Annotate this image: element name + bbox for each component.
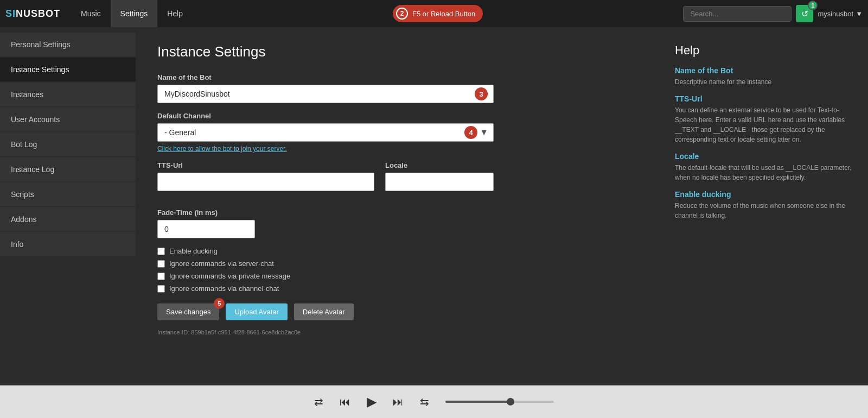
checkbox-ignore-server-chat: Ignore commands via server-chat <box>157 259 494 268</box>
user-menu-label: mysinusbot <box>818 10 853 18</box>
bot-name-field-wrapper: 3 <box>157 85 494 103</box>
sidebar-item-info[interactable]: Info <box>0 232 136 256</box>
locale-field-wrapper <box>385 173 494 191</box>
step-3-badge: 3 <box>475 87 488 100</box>
checkbox-ignore-private-msg: Ignore commands via private message <box>157 272 494 280</box>
ignore-channel-chat-checkbox[interactable] <box>157 285 165 293</box>
fade-time-input[interactable] <box>164 225 248 233</box>
help-bot-name-heading: Name of the Bot <box>675 66 855 75</box>
ignore-channel-chat-label: Ignore commands via channel-chat <box>169 284 279 293</box>
bottom-player: ⇄ ⏮ ▶ ⏭ ⇆ <box>0 385 868 418</box>
tts-locale-row: TTS-Url Locale <box>157 161 494 200</box>
bot-name-input[interactable] <box>164 90 487 98</box>
step-5-badge: 5 <box>214 298 225 309</box>
help-bot-name-text: Descriptive name for the instance <box>675 77 855 87</box>
main-area: Personal Settings Instance Settings Inst… <box>0 27 868 385</box>
help-tts-url-text: You can define an external service to be… <box>675 105 855 144</box>
bot-name-label: Name of the Bot <box>157 73 494 81</box>
sidebar: Personal Settings Instance Settings Inst… <box>0 27 136 385</box>
help-locale-heading: Locale <box>675 152 855 161</box>
reload-badge-label: F5 or Reload Button <box>412 10 475 18</box>
sidebar-item-addons[interactable]: Addons <box>0 207 136 231</box>
repeat-button[interactable]: ⇄ <box>314 395 323 408</box>
fade-time-label: Fade-Time (in ms) <box>157 208 494 217</box>
sidebar-item-personal-settings[interactable]: Personal Settings <box>0 33 136 56</box>
ignore-private-msg-checkbox[interactable] <box>157 273 165 280</box>
tts-url-field-wrapper <box>157 173 374 191</box>
default-channel-label: Default Channel <box>157 112 494 120</box>
tts-url-group: TTS-Url <box>157 161 374 200</box>
nav-settings[interactable]: Settings <box>111 0 158 27</box>
nav-links: Music Settings Help <box>71 0 193 27</box>
checkbox-ignore-channel-chat: Ignore commands via channel-chat <box>157 284 494 293</box>
prev-button[interactable]: ⏮ <box>340 396 350 408</box>
nav-center: 2 F5 or Reload Button <box>193 5 683 22</box>
sidebar-item-instances[interactable]: Instances <box>0 83 136 106</box>
fade-time-field-wrapper <box>157 220 255 238</box>
nav-right: 1 ↺ mysinusbot ▼ <box>683 5 863 22</box>
ignore-server-chat-label: Ignore commands via server-chat <box>169 259 274 268</box>
locale-input[interactable] <box>392 178 487 186</box>
help-title: Help <box>675 43 855 58</box>
nav-help[interactable]: Help <box>157 0 193 27</box>
next-button[interactable]: ⏭ <box>393 396 404 408</box>
progress-knob[interactable] <box>507 398 514 406</box>
ignore-private-msg-label: Ignore commands via private message <box>169 272 290 280</box>
upload-avatar-button[interactable]: Upload Avatar <box>226 303 287 320</box>
help-tts-url-heading: TTS-Url <box>675 94 855 103</box>
instance-id: Instance-ID: 859b1a5f-c951-4f28-8661-6ce… <box>157 329 494 335</box>
sidebar-item-scripts[interactable]: Scripts <box>0 182 136 206</box>
checkbox-enable-ducking: Enable ducking <box>157 247 494 255</box>
step-4-badge: 4 <box>464 126 477 139</box>
default-channel-wrapper: - General 4 ▼ <box>157 123 494 142</box>
sidebar-item-user-accounts[interactable]: User Accounts <box>0 107 136 131</box>
user-menu[interactable]: mysinusbot ▼ <box>818 10 863 18</box>
sidebar-item-bot-log[interactable]: Bot Log <box>0 132 136 156</box>
checkboxes-group: Enable ducking Ignore commands via serve… <box>157 247 494 293</box>
nav-music[interactable]: Music <box>71 0 111 27</box>
shuffle-button[interactable]: ⇆ <box>420 395 429 408</box>
topnav: SINUSBOT Music Settings Help 2 F5 or Rel… <box>0 0 868 27</box>
app-logo: SINUSBOT <box>5 8 60 20</box>
locale-group: Locale <box>385 161 494 200</box>
ignore-server-chat-checkbox[interactable] <box>157 260 165 268</box>
sidebar-item-instance-settings[interactable]: Instance Settings <box>0 58 136 81</box>
join-server-link[interactable]: Click here to allow the bot to join your… <box>157 145 494 153</box>
progress-bar[interactable] <box>445 401 554 403</box>
reload-badge[interactable]: 2 F5 or Reload Button <box>393 5 483 22</box>
locale-label: Locale <box>385 161 494 169</box>
notification-count: 1 <box>808 1 818 10</box>
reload-badge-number: 2 <box>396 8 408 20</box>
play-button[interactable]: ▶ <box>367 394 376 409</box>
help-ducking-heading: Enable ducking <box>675 190 855 199</box>
tts-url-input[interactable] <box>164 178 367 186</box>
chevron-down-icon: ▼ <box>856 10 863 18</box>
form-section: Name of the Bot 3 Default Channel - Gene… <box>157 73 494 335</box>
search-input[interactable] <box>683 6 792 22</box>
help-locale-text: The default-locale that will be used as … <box>675 163 855 182</box>
save-changes-button[interactable]: Save changes 5 <box>157 303 219 320</box>
page-title: Instance Settings <box>157 43 640 60</box>
action-buttons-row: Save changes 5 Upload Avatar Delete Avat… <box>157 303 494 320</box>
help-ducking-text: Reduce the volume of the music when some… <box>675 201 855 220</box>
sidebar-item-instance-log[interactable]: Instance Log <box>0 157 136 181</box>
delete-avatar-button[interactable]: Delete Avatar <box>294 303 354 320</box>
tts-url-label: TTS-Url <box>157 161 374 169</box>
content-area: Instance Settings Name of the Bot 3 Defa… <box>136 27 662 385</box>
default-channel-select[interactable]: - General <box>157 123 494 142</box>
help-panel: Help Name of the Bot Descriptive name fo… <box>662 27 868 385</box>
enable-ducking-label: Enable ducking <box>169 247 218 255</box>
progress-fill <box>445 401 510 403</box>
enable-ducking-checkbox[interactable] <box>157 248 165 255</box>
